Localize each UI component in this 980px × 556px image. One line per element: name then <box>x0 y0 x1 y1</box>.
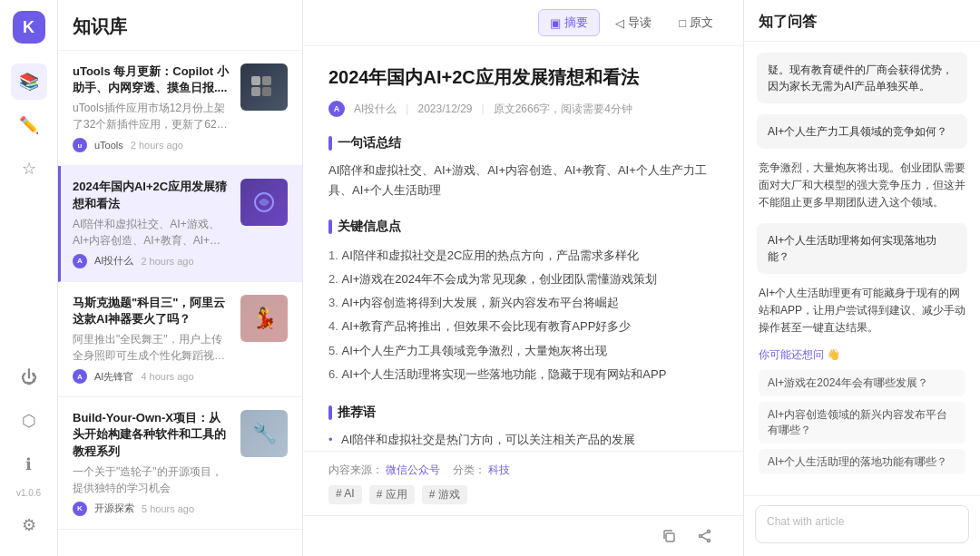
source-icon: K <box>73 502 87 516</box>
article-detail-panel: ▣ 摘要 ◁ 导读 □ 原文 2024年国内AI+2C应用发展猜想和看法 A A… <box>303 0 744 556</box>
meta-source-icon: A <box>328 101 345 117</box>
guide-tab[interactable]: ◁ 导读 <box>603 9 663 36</box>
article-title: 马斯克抛题"科目三"，阿里云这款AI神器要火了吗？ <box>73 295 231 327</box>
section-bar-icon <box>328 136 332 151</box>
tag-row: # AI # 应用 # 游戏 <box>328 485 718 504</box>
sidebar-item-library[interactable]: 📚 <box>11 63 47 100</box>
article-time: 2 hours ago <box>131 140 183 151</box>
share-button[interactable] <box>692 523 718 549</box>
sidebar-item-info[interactable]: ℹ <box>11 446 47 483</box>
detail-actions <box>303 515 743 556</box>
source-icon: A <box>73 254 87 268</box>
sidebar-item-settings[interactable]: ⚙ <box>11 507 47 543</box>
version-label: v1.0.6 <box>16 488 41 498</box>
detail-toolbar: ▣ 摘要 ◁ 导读 □ 原文 <box>303 0 743 46</box>
source-link[interactable]: 微信公众号 <box>386 463 440 476</box>
chat-message: AI+个人生活助理将如何实现落地功能？ <box>757 223 967 274</box>
summary-icon: ▣ <box>550 16 561 30</box>
article-desc: uTools插件应用市场12月份上架了32个新插件应用，更新了62个插件应用 <box>73 100 231 132</box>
suggested-label: 你可能还想问 👋 <box>759 347 965 363</box>
article-thumbnail: 💃 <box>240 295 288 342</box>
key-info-item: AI+内容创造将得到大发展，新兴内容发布平台将崛起 <box>328 291 718 315</box>
original-icon: □ <box>679 16 686 30</box>
sidebar: K 📚 ✏️ ☆ ⏻ ⬡ ℹ v1.0.6 ⚙ <box>0 0 58 556</box>
source-icon: A <box>73 369 87 384</box>
svg-line-9 <box>702 532 708 535</box>
chat-message: AI+个人生产力工具领域的竞争如何？ <box>757 114 967 149</box>
detail-title: 2024年国内AI+2C应用发展猜想和看法 <box>328 64 718 90</box>
meta-word-count: 原文2666字，阅读需要4分钟 <box>494 102 632 117</box>
svg-rect-2 <box>251 87 260 96</box>
article-title: 2024年国内AI+2C应用发展猜想和看法 <box>73 179 231 211</box>
logo[interactable]: K <box>13 11 45 44</box>
list-item[interactable]: Build-Your-Own-X项目：从头开始构建各种软件和工具的教程系列 一个… <box>58 397 302 530</box>
suggested-question[interactable]: AI+游戏在2024年会有哪些发展？ <box>759 370 965 396</box>
panel-title: 知识库 <box>58 0 302 51</box>
list-item[interactable]: uTools 每月更新：Copilot 小助手、内网穿透、摸鱼日报.... uT… <box>58 51 302 166</box>
summary-tab[interactable]: ▣ 摘要 <box>538 9 600 36</box>
guide-icon: ◁ <box>615 16 624 30</box>
sidebar-item-layers[interactable]: ⬡ <box>11 403 47 439</box>
article-desc: 阿里推出"全民舞王"，用户上传全身照即可生成个性化舞蹈视频。 <box>73 331 231 364</box>
article-desc: AI陪伴和虚拟社交、AI+游戏、AI+内容创造、AI+教育、AI+个人生产力工具… <box>73 216 231 249</box>
chat-answer: AI+个人生活助理更有可能藏身于现有的网站和APP，让用户尝试得到建议、减少手动… <box>757 285 967 337</box>
detail-meta: A AI投什么 | 2023/12/29 | 原文2666字，阅读需要4分钟 <box>328 101 718 117</box>
summary-section: 一句话总结 AI陪伴和虚拟社交、AI+游戏、AI+内容创造、AI+教育、AI+个… <box>328 135 718 200</box>
copy-button[interactable] <box>656 523 681 549</box>
summary-text: AI陪伴和虚拟社交、AI+游戏、AI+内容创造、AI+教育、AI+个人生产力工具… <box>328 161 718 200</box>
chat-input[interactable] <box>755 505 969 543</box>
chat-messages: 疑。现有教育硬件的厂商会获得优势，因为家长无需为AI产品单独买单。 AI+个人生… <box>744 42 980 495</box>
source-name: AI先锋官 <box>94 370 133 384</box>
list-item[interactable]: 马斯克抛题"科目三"，阿里云这款AI神器要火了吗？ 阿里推出"全民舞王"，用户上… <box>58 282 302 397</box>
key-info-list: AI陪伴和虚拟社交是2C应用的热点方向，产品需求多样化 AI+游戏在2024年不… <box>328 244 718 386</box>
key-info-item: AI+个人生产力工具领域竞争激烈，大量炮灰将出现 <box>328 339 718 363</box>
suggested-question[interactable]: AI+内容创造领域的新兴内容发布平台有哪些？ <box>759 402 965 444</box>
chat-suggested-section: 你可能还想问 👋 AI+游戏在2024年会有哪些发展？ AI+内容创造领域的新兴… <box>757 347 967 480</box>
article-title: Build-Your-Own-X项目：从头开始构建各种软件和工具的教程系列 <box>73 410 231 460</box>
tag[interactable]: # AI <box>328 485 362 504</box>
svg-rect-0 <box>251 76 260 85</box>
svg-line-10 <box>702 537 708 540</box>
source-name: uTools <box>94 140 123 151</box>
source-name: AI投什么 <box>94 254 133 268</box>
chat-answer: 竞争激烈，大量炮灰将出现。创业团队需要面对大厂和大模型的强大竞争压力，但这并不能… <box>757 160 967 212</box>
suggested-question[interactable]: AI+个人生活助理的落地功能有哪些？ <box>759 449 965 475</box>
suggest-list: AI陪伴和虚拟社交是热门方向，可以关注相关产品的发展 AI+游戏需要懂游戏策划，… <box>328 430 718 451</box>
svg-rect-3 <box>262 87 271 96</box>
source-label: 内容来源： <box>328 463 383 476</box>
article-title: uTools 每月更新：Copilot 小助手、内网穿透、摸鱼日报.... <box>73 63 231 96</box>
article-time: 4 hours ago <box>141 371 193 382</box>
articles-scroll: uTools 每月更新：Copilot 小助手、内网穿透、摸鱼日报.... uT… <box>58 51 302 556</box>
category-value[interactable]: 科技 <box>488 463 510 476</box>
key-info-item: AI陪伴和虚拟社交是2C应用的热点方向，产品需求多样化 <box>328 244 718 268</box>
article-thumbnail <box>240 63 288 111</box>
tag[interactable]: # 游戏 <box>422 485 467 504</box>
category-label: 分类： <box>453 463 485 476</box>
sidebar-item-power[interactable]: ⏻ <box>11 359 47 395</box>
key-info-item: AI+教育产品将推出，但效果不会比现有教育APP好多少 <box>328 315 718 338</box>
original-tab[interactable]: □ 原文 <box>667 9 725 36</box>
svg-point-7 <box>708 540 710 542</box>
article-thumbnail: 🔧 <box>240 410 288 457</box>
sidebar-item-star[interactable]: ☆ <box>11 151 47 187</box>
sidebar-item-edit[interactable]: ✏️ <box>11 107 47 143</box>
main-content: 知识库 uTools 每月更新：Copilot 小助手、内网穿透、摸鱼日报...… <box>58 0 980 556</box>
svg-rect-1 <box>262 76 271 85</box>
section-bar-icon <box>328 405 332 420</box>
meta-date: 2023/12/29 <box>417 102 472 115</box>
article-desc: 一个关于"造轮子"的开源项目，提供独特的学习机会 <box>73 463 231 496</box>
chat-input-area <box>744 495 980 556</box>
meta-source-name: AI投什么 <box>354 102 397 117</box>
article-thumbnail <box>240 179 288 226</box>
list-item[interactable]: 2024年国内AI+2C应用发展猜想和看法 AI陪伴和虚拟社交、AI+游戏、AI… <box>58 166 302 281</box>
svg-point-6 <box>708 531 710 533</box>
suggest-item: AI陪伴和虚拟社交是热门方向，可以关注相关产品的发展 <box>328 430 718 450</box>
detail-scroll: 2024年国内AI+2C应用发展猜想和看法 A AI投什么 | 2023/12/… <box>303 46 743 451</box>
chat-header: 知了问答 <box>744 0 980 42</box>
svg-point-8 <box>700 535 702 538</box>
suggest-section: 推荐语 AI陪伴和虚拟社交是热门方向，可以关注相关产品的发展 AI+游戏需要懂游… <box>328 405 718 451</box>
source-icon: u <box>73 138 87 152</box>
tag[interactable]: # 应用 <box>369 485 415 504</box>
article-card-header: uTools 每月更新：Copilot 小助手、内网穿透、摸鱼日报.... uT… <box>73 63 288 132</box>
chat-panel: 知了问答 疑。现有教育硬件的厂商会获得优势，因为家长无需为AI产品单独买单。 A… <box>744 0 980 556</box>
